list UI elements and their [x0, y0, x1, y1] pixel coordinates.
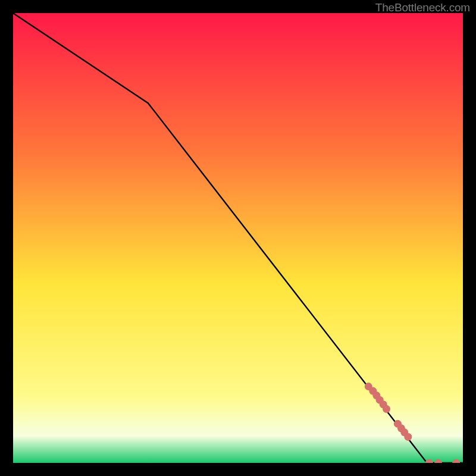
curve-marker: [383, 405, 390, 413]
attribution-label: TheBottleneck.com: [375, 1, 470, 14]
curve-marker: [404, 433, 412, 441]
gradient-background: [13, 13, 463, 463]
chart-svg: [13, 13, 463, 463]
plot-area: [13, 13, 463, 463]
chart-frame: TheBottleneck.com: [0, 0, 476, 476]
